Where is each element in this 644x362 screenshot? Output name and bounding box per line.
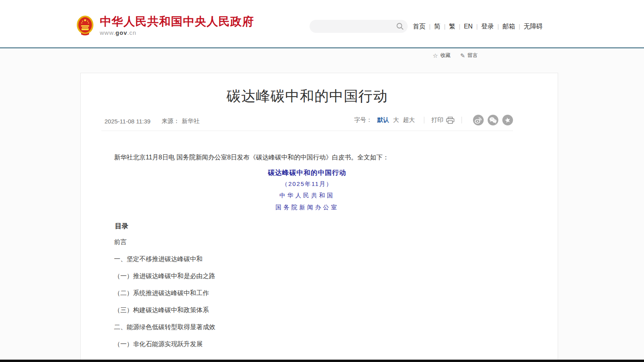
nav-traditional[interactable]: 繁 [449, 23, 455, 31]
star-share-icon[interactable] [502, 115, 513, 125]
top-navigation: 首页 简 繁 EN 登录 邮箱 无障碍 [413, 22, 543, 31]
star-icon: ☆ [433, 53, 438, 59]
pencil-icon: ✎ [460, 53, 465, 59]
nav-english[interactable]: EN [464, 23, 473, 30]
toc-item: （二）系统推进碳达峰碳中和工作 [101, 289, 513, 298]
article-meta-right: 字号： 默认 大 超大 打印 [354, 115, 513, 125]
article-card: 碳达峰碳中和的中国行动 2025-11-08 11:39 来源： 新华社 字号：… [80, 73, 558, 362]
nav-simplified[interactable]: 简 [434, 23, 441, 31]
article-meta-left: 2025-11-08 11:39 来源： 新华社 [104, 118, 199, 125]
printer-icon [446, 117, 454, 124]
nav-accessibility[interactable]: 无障碍 [524, 23, 543, 31]
nav-separator [498, 23, 499, 30]
nav-separator [444, 23, 446, 30]
document-heading: 碳达峰碳中和的中国行动 （2025年11月） 中华人民共和国 国务院新闻办公室 [101, 169, 513, 216]
toc-item: 二、能源绿色低碳转型取得显著成效 [101, 323, 513, 332]
url-cn: .cn [127, 29, 137, 36]
site-url: www.gov.cn [100, 29, 254, 36]
meta-divider [424, 117, 424, 123]
search-box [310, 20, 408, 33]
wechat-icon[interactable] [488, 115, 498, 125]
lead-paragraph: 新华社北京11月8日电 国务院新闻办公室8日发布《碳达峰碳中和的中国行动》白皮书… [101, 152, 513, 163]
nav-home[interactable]: 首页 [413, 23, 426, 31]
site-title: 中华人民共和国中央人民政府 [100, 15, 254, 28]
national-emblem-icon [76, 15, 94, 36]
font-size-default[interactable]: 默认 [377, 116, 389, 124]
nav-separator [476, 23, 478, 30]
nav-separator [519, 23, 520, 30]
nav-separator [429, 23, 431, 30]
toc-item: （三）构建碳达峰碳中和政策体系 [101, 306, 513, 315]
font-size-label: 字号： [354, 116, 372, 124]
font-size-xlarge[interactable]: 超大 [403, 116, 415, 124]
site-logo[interactable]: 中华人民共和国中央人民政府 www.gov.cn [76, 15, 254, 36]
share-buttons [469, 115, 513, 125]
url-gov: gov [116, 29, 127, 36]
document-org-line1: 中华人民共和国 [101, 192, 513, 199]
article-title: 碳达峰碳中和的中国行动 [101, 87, 513, 106]
url-www: www. [100, 29, 116, 36]
source-name[interactable]: 新华社 [182, 118, 199, 125]
favorite-label: 收藏 [440, 52, 450, 59]
toc-heading: 目录 [101, 222, 513, 231]
toc-item: （一）推进碳达峰碳中和是必由之路 [101, 272, 513, 281]
favorite-button[interactable]: ☆ 收藏 [433, 52, 450, 59]
document-date: （2025年11月） [101, 181, 513, 187]
print-button[interactable]: 打印 [431, 116, 454, 124]
meta-divider [462, 117, 462, 123]
table-of-contents: 前言 一、坚定不移推进碳达峰碳中和 （一）推进碳达峰碳中和是必由之路 （二）系统… [101, 238, 513, 357]
toc-item: （一）非化石能源实现跃升发展 [101, 340, 513, 349]
toc-item: 前言 [101, 238, 513, 246]
toc-item: 一、坚定不移推进碳达峰碳中和 [101, 255, 513, 263]
article-meta-bar: 2025-11-08 11:39 来源： 新华社 字号： 默认 大 超大 打印 [101, 113, 513, 131]
message-label: 留言 [467, 52, 478, 59]
font-size-large[interactable]: 大 [393, 116, 399, 124]
nav-mail[interactable]: 邮箱 [502, 23, 515, 31]
logo-text: 中华人民共和国中央人民政府 www.gov.cn [100, 15, 254, 36]
message-button[interactable]: ✎ 留言 [460, 52, 478, 59]
source-label: 来源： [161, 118, 179, 125]
nav-separator [459, 23, 460, 30]
weibo-icon[interactable] [473, 115, 484, 125]
search-input[interactable] [316, 20, 393, 34]
publish-date: 2025-11-08 11:39 [104, 118, 150, 125]
nav-login[interactable]: 登录 [481, 23, 494, 31]
search-icon[interactable] [396, 23, 404, 32]
window-bottom-edge [0, 360, 644, 362]
print-label: 打印 [431, 116, 443, 124]
document-title: 碳达峰碳中和的中国行动 [101, 169, 513, 176]
quick-actions: ☆ 收藏 ✎ 留言 [433, 52, 487, 59]
site-header: 中华人民共和国中央人民政府 www.gov.cn 首页 简 繁 EN 登录 邮箱… [0, 0, 644, 48]
document-org-line2: 国务院新闻办公室 [101, 204, 513, 210]
